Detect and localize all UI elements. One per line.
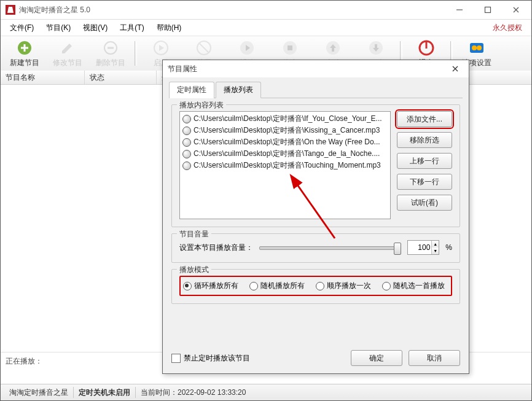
list-item[interactable]: C:\Users\cuilm\Desktop\定时播音\If_You_Close… [181, 113, 389, 125]
list-item[interactable]: C:\Users\cuilm\Desktop\定时播音\Kissing_a_Ca… [181, 125, 389, 136]
dialog-footer: 禁止定时播放该节目 确定 取消 [171, 350, 460, 366]
dialog-tabs: 定时属性 播放列表 [169, 81, 463, 98]
audio-icon [182, 115, 191, 123]
delete-icon [102, 39, 119, 56]
minimize-button[interactable] [445, 1, 474, 19]
preview-button[interactable]: 试听(看) [397, 195, 452, 211]
app-icon [6, 5, 15, 15]
power-icon [418, 39, 435, 56]
playlist-fieldset: 播放内容列表 C:\Users\cuilm\Desktop\定时播音\If_Yo… [171, 104, 460, 227]
moveup-button[interactable]: 上移一行 [397, 153, 452, 169]
volume-fieldset: 节目音量 设置本节目播放音量： ▲▼ % [171, 233, 460, 263]
tbtn-new[interactable]: 新建节目 [3, 38, 46, 69]
new-icon [16, 39, 33, 56]
remove-button[interactable]: 移除所选 [397, 132, 452, 148]
tbtn-del[interactable]: 删除节目 [89, 38, 132, 69]
file-list[interactable]: C:\Users\cuilm\Desktop\定时播音\If_You_Close… [179, 111, 391, 219]
ok-button[interactable]: 确定 [351, 350, 402, 366]
settings-icon [468, 39, 485, 56]
col-name[interactable]: 节目名称 [1, 71, 85, 84]
disable-checkbox[interactable]: 禁止定时播放该节目 [171, 353, 345, 364]
mode-shuffle-all[interactable]: 随机播放所有 [249, 281, 305, 291]
list-item[interactable]: C:\Users\cuilm\Desktop\定时播音\Touching_Mom… [181, 160, 389, 171]
checkbox-icon [171, 354, 181, 363]
mode-fieldset: 播放模式 循环播放所有 随机播放所有 顺序播放一次 随机选一首播放 [171, 269, 460, 304]
dialog-title: 节目属性 [168, 64, 447, 74]
tbtn-edit[interactable]: 修改节目 [46, 38, 89, 69]
volume-slider[interactable] [259, 241, 401, 254]
program-properties-dialog: 节目属性 定时属性 播放列表 播放内容列表 C:\Users\cuilm\Des… [162, 60, 469, 374]
menubar: 文件(F) 节目(K) 视图(V) 工具(T) 帮助(H) 永久授权 [1, 20, 531, 36]
status-shutdown: 定时关机未启用 [74, 387, 136, 398]
spin-down-icon[interactable]: ▼ [432, 247, 439, 254]
svg-point-12 [472, 45, 477, 50]
app-window: 淘淘定时播音之星 5.0 文件(F) 节目(K) 视图(V) 工具(T) 帮助(… [0, 0, 532, 401]
enable-icon [152, 39, 170, 56]
mode-sequential-once[interactable]: 顺序播放一次 [316, 281, 371, 291]
col-status[interactable]: 状态 [85, 71, 157, 84]
menu-program[interactable]: 节目(K) [41, 21, 76, 35]
up-icon [324, 39, 342, 56]
volume-label: 设置本节目播放音量： [179, 243, 253, 253]
audio-icon [182, 127, 191, 135]
disable-icon [195, 39, 213, 56]
titlebar: 淘淘定时播音之星 5.0 [1, 1, 531, 20]
dialog-close-button[interactable] [447, 62, 464, 76]
percent-sign: % [445, 243, 452, 252]
auth-label: 永久授权 [487, 21, 528, 35]
maximize-button[interactable] [474, 1, 502, 19]
audio-icon [182, 138, 191, 147]
spin-up-icon[interactable]: ▲ [432, 241, 439, 247]
svg-point-13 [477, 45, 482, 50]
audio-icon [182, 150, 191, 158]
volume-spin[interactable]: ▲▼ [407, 240, 439, 255]
svg-rect-0 [485, 7, 491, 13]
volume-legend: 节目音量 [177, 229, 211, 239]
tab-timing[interactable]: 定时属性 [169, 82, 214, 98]
mode-legend: 播放模式 [177, 265, 211, 275]
menu-tool[interactable]: 工具(T) [114, 21, 149, 35]
cancel-button[interactable]: 取消 [409, 350, 460, 366]
mode-row: 循环播放所有 随机播放所有 顺序播放一次 随机选一首播放 [179, 276, 452, 296]
menu-view[interactable]: 视图(V) [77, 21, 113, 35]
now-playing-label: 正在播放： [6, 357, 42, 365]
movedown-button[interactable]: 下移一行 [397, 174, 452, 190]
volume-input[interactable] [408, 243, 431, 252]
dialog-body: 播放内容列表 C:\Users\cuilm\Desktop\定时播音\If_Yo… [163, 98, 469, 316]
dialog-titlebar: 节目属性 [163, 60, 469, 77]
list-item[interactable]: C:\Users\cuilm\Desktop\定时播音\On the Way (… [181, 136, 389, 148]
window-title: 淘淘定时播音之星 5.0 [19, 5, 445, 15]
menu-help[interactable]: 帮助(H) [151, 21, 187, 35]
list-item[interactable]: C:\Users\cuilm\Desktop\定时播音\Tango_de_la_… [181, 148, 389, 160]
tab-playlist[interactable]: 播放列表 [216, 82, 261, 98]
statusbar: 淘淘定时播音之星 定时关机未启用 当前时间：2022-09-02 13:33:2… [1, 384, 531, 400]
audio-icon [182, 162, 191, 170]
play-icon [238, 39, 256, 56]
edit-icon [59, 39, 76, 56]
close-button[interactable] [502, 1, 530, 19]
playlist-buttons: 添加文件... 移除所选 上移一行 下移一行 试听(看) [397, 111, 452, 219]
mode-random-one[interactable]: 随机选一首播放 [382, 281, 445, 291]
add-file-button[interactable]: 添加文件... [397, 111, 452, 127]
status-time: 当前时间：2022-09-02 13:33:20 [136, 387, 251, 398]
mode-loop-all[interactable]: 循环播放所有 [183, 281, 238, 291]
stop-icon [281, 39, 299, 56]
status-app: 淘淘定时播音之星 [4, 387, 74, 398]
down-icon [367, 39, 385, 56]
playlist-legend: 播放内容列表 [177, 100, 226, 111]
svg-rect-7 [288, 45, 292, 50]
menu-file[interactable]: 文件(F) [4, 21, 39, 35]
